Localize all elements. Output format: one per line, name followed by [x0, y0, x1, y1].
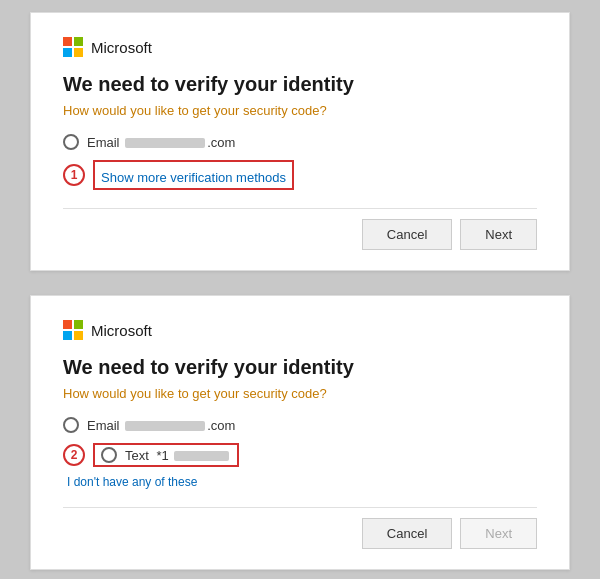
show-more-link[interactable]: Show more verification methods: [101, 170, 286, 185]
text-option-highlight: Text *1: [93, 443, 239, 467]
email-radio-2[interactable]: [63, 417, 79, 433]
ms-red-2: [63, 320, 72, 329]
ms-logo-text-1: Microsoft: [91, 39, 152, 56]
email-redacted-2: [125, 421, 205, 431]
ms-logo-grid-2: [63, 320, 83, 340]
ms-logo-2: Microsoft: [63, 320, 537, 340]
next-button-1[interactable]: Next: [460, 219, 537, 250]
panel2-subtitle: How would you like to get your security …: [63, 386, 537, 401]
email-label-2: Email .com: [87, 418, 235, 433]
panel1-title: We need to verify your identity: [63, 71, 537, 97]
ms-yellow-2: [74, 331, 83, 340]
text-radio[interactable]: [101, 447, 117, 463]
panel1-subtitle: How would you like to get your security …: [63, 103, 537, 118]
show-more-row: 1 Show more verification methods: [63, 160, 537, 190]
show-more-highlight: Show more verification methods: [93, 160, 294, 190]
ms-logo-1: Microsoft: [63, 37, 537, 57]
email-option-1[interactable]: Email .com: [63, 134, 537, 150]
panel1-button-row: Cancel Next: [63, 208, 537, 250]
email-label-1: Email .com: [87, 135, 235, 150]
ms-logo-text-2: Microsoft: [91, 322, 152, 339]
badge-1: 1: [63, 164, 85, 186]
cancel-button-2[interactable]: Cancel: [362, 518, 452, 549]
email-radio-1[interactable]: [63, 134, 79, 150]
ms-logo-grid-1: [63, 37, 83, 57]
text-option[interactable]: Text *1: [101, 447, 231, 463]
ms-green: [74, 37, 83, 46]
email-option-2[interactable]: Email .com: [63, 417, 537, 433]
text-label: Text *1: [125, 448, 231, 463]
text-redacted: [174, 451, 229, 461]
panel2-title: We need to verify your identity: [63, 354, 537, 380]
ms-red: [63, 37, 72, 46]
panel2-button-row: Cancel Next: [63, 507, 537, 549]
panel-2: Microsoft We need to verify your identit…: [30, 295, 570, 570]
email-redacted-1: [125, 138, 205, 148]
ms-blue-2: [63, 331, 72, 340]
text-option-row: 2 Text *1: [63, 443, 537, 467]
cancel-button-1[interactable]: Cancel: [362, 219, 452, 250]
ms-yellow: [74, 48, 83, 57]
next-button-2[interactable]: Next: [460, 518, 537, 549]
badge-2: 2: [63, 444, 85, 466]
ms-blue: [63, 48, 72, 57]
dont-have-link[interactable]: I don't have any of these: [67, 475, 537, 489]
panel-1: Microsoft We need to verify your identit…: [30, 12, 570, 271]
ms-green-2: [74, 320, 83, 329]
